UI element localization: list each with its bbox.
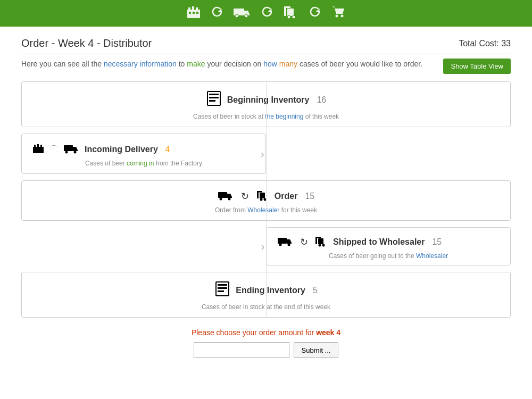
flow-container: Beginning Inventory 16 Cases of beer in … [21,81,511,318]
forklift-shipped-icon [315,235,328,249]
svg-point-43 [322,244,325,247]
order-prompt-text: Please choose your order amount for week… [21,328,511,337]
total-cost-value: 33 [501,39,511,48]
svg-rect-46 [218,287,227,289]
svg-point-14 [292,15,295,19]
svg-point-13 [287,15,290,19]
svg-rect-2 [192,6,194,11]
forklift-order-icon [256,189,269,203]
svg-rect-31 [260,193,265,198]
svg-rect-47 [218,290,224,292]
arrow-delivery-icon: ⌒ [49,144,58,155]
center-line [266,81,267,318]
svg-rect-24 [40,145,42,148]
svg-rect-1 [188,7,190,11]
svg-rect-4 [189,12,191,14]
info-text: Here you can see all the necessary infor… [21,59,511,70]
truck-delivery-icon [63,143,79,156]
svg-rect-10 [287,9,294,16]
svg-rect-23 [37,144,39,148]
shipped-label: Shipped to Wholesaler [333,237,425,247]
total-cost: Total Cost: 33 [459,39,511,48]
svg-rect-45 [218,284,227,286]
incoming-delivery-value: 4 [165,145,170,154]
truck-shipped-icon [277,236,293,248]
header-divider [21,54,511,54]
svg-rect-33 [257,191,262,193]
inventory-icon [206,90,222,110]
ending-inventory-icon [214,281,230,300]
page-title: Order - Week 4 - Distributor [21,37,152,49]
order-prompt: Please choose your order amount for week… [21,328,511,358]
shipped-card: ↻ Shipped to Wholesaler 15 Ca [266,227,511,265]
top-navigation [0,0,532,27]
svg-rect-36 [278,238,287,244]
arrow-right-icon: › [261,148,264,160]
svg-point-9 [245,14,248,18]
shipped-left-spacer: › [21,227,266,265]
beginning-inventory-label: Beginning Inventory [227,95,310,105]
incoming-delivery-desc: Cases of beer coming in from the Factory [32,160,255,167]
page-header: Order - Week 4 - Distributor Total Cost:… [21,37,511,49]
shipped-desc: Cases of beer going out to the Wholesale… [277,252,500,260]
factory-small-icon [32,143,44,156]
refresh-icon-3 [309,5,321,21]
factory-icon [186,4,201,22]
order-form: Submit ... [21,342,511,358]
refresh-shipped-icon: ↻ [300,236,308,248]
order-amount-input[interactable] [194,342,289,358]
svg-rect-5 [193,12,195,14]
order-week: week 4 [316,328,340,337]
svg-rect-7 [234,9,244,15]
svg-rect-28 [218,192,227,198]
svg-point-38 [288,244,290,246]
svg-point-15 [336,15,338,18]
svg-rect-19 [209,97,219,98]
svg-point-37 [279,244,282,246]
svg-rect-39 [318,238,323,244]
truck-order-icon [218,190,234,203]
shipped-row: › ↻ [21,227,511,265]
incoming-delivery-row: ⌒ Incoming Delivery 4 Cases of beer comi… [21,134,511,174]
svg-point-8 [235,14,238,18]
svg-point-27 [74,151,77,154]
svg-rect-3 [196,7,198,11]
submit-button[interactable]: Submit ... [294,342,339,358]
order-value: 15 [305,192,314,201]
svg-point-34 [260,198,262,201]
incoming-delivery-card: ⌒ Incoming Delivery 4 Cases of beer comi… [21,134,266,174]
main-content: Order - Week 4 - Distributor Total Cost:… [0,27,532,379]
show-table-button[interactable]: Show Table View [443,59,511,74]
refresh-icon-1 [211,5,223,21]
svg-rect-41 [315,237,321,238]
svg-rect-25 [64,145,73,151]
ending-inventory-value: 5 [313,286,318,295]
svg-rect-22 [34,145,36,148]
arrow-down-icon: › [261,240,265,253]
refresh-icon-2 [261,5,273,21]
delivery-right-spacer: › [266,134,511,174]
order-label: Order [275,192,298,201]
shipped-value: 15 [432,237,442,247]
svg-point-26 [65,151,68,154]
svg-point-29 [219,198,222,201]
svg-rect-18 [209,94,219,95]
svg-point-42 [319,244,321,247]
beginning-inventory-value: 16 [317,95,326,105]
svg-rect-12 [284,6,290,8]
incoming-delivery-label: Incoming Delivery [85,145,158,154]
svg-rect-6 [196,12,198,14]
svg-point-30 [228,198,230,201]
svg-rect-20 [209,100,215,102]
forklift-icon [283,4,299,22]
truck-icon [233,5,251,21]
svg-point-16 [341,15,344,18]
cart-icon [331,4,346,22]
refresh-order-icon: ↻ [241,190,249,202]
info-section: Show Table View Here you can see all the… [21,59,511,76]
ending-inventory-label: Ending Inventory [236,286,305,295]
